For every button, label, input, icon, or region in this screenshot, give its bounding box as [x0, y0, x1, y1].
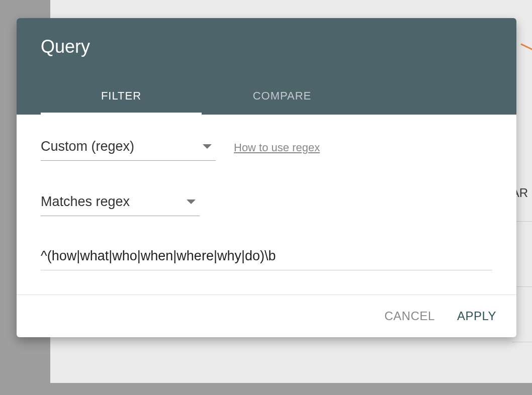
- chevron-down-icon: [203, 144, 212, 149]
- filter-type-row: Custom (regex) How to use regex: [41, 135, 492, 161]
- regex-input[interactable]: [41, 245, 492, 270]
- modal-footer: CANCEL APPLY: [17, 294, 516, 337]
- modal-header: Query FILTER COMPARE: [17, 18, 516, 115]
- match-type-select[interactable]: Matches regex: [41, 190, 200, 216]
- modal-title: Query: [41, 36, 492, 57]
- regex-help-link[interactable]: How to use regex: [234, 141, 320, 154]
- match-type-value: Matches regex: [41, 194, 130, 210]
- filter-type-select[interactable]: Custom (regex): [41, 135, 216, 161]
- background-divider: [512, 342, 532, 342]
- filter-type-value: Custom (regex): [41, 139, 134, 154]
- query-modal: Query FILTER COMPARE Custom (regex) How …: [17, 18, 516, 337]
- tab-compare[interactable]: COMPARE: [202, 79, 363, 115]
- cancel-button[interactable]: CANCEL: [385, 309, 435, 323]
- apply-button[interactable]: APPLY: [457, 309, 496, 323]
- regex-input-row: [41, 245, 492, 270]
- tab-filter[interactable]: FILTER: [41, 79, 202, 115]
- chevron-down-icon: [187, 200, 196, 204]
- tab-bar: FILTER COMPARE: [41, 79, 492, 115]
- match-type-row: Matches regex: [41, 190, 492, 216]
- modal-body: Custom (regex) How to use regex Matches …: [17, 115, 516, 294]
